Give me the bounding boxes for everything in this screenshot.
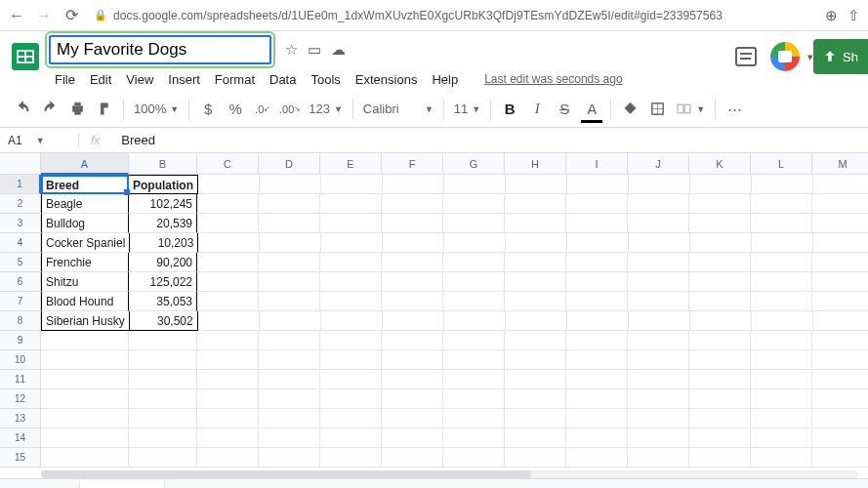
cell-B13[interactable] bbox=[129, 409, 197, 428]
cell-I11[interactable] bbox=[566, 370, 628, 389]
cell-A4[interactable]: Cocker Spaniel bbox=[41, 233, 130, 253]
cell-H7[interactable] bbox=[505, 292, 566, 311]
cell-E7[interactable] bbox=[320, 292, 382, 311]
cell-B9[interactable] bbox=[129, 331, 197, 350]
row-header-13[interactable]: 13 bbox=[0, 409, 41, 428]
cell-G13[interactable] bbox=[443, 409, 505, 428]
cell-J13[interactable] bbox=[628, 409, 689, 428]
cell-G11[interactable] bbox=[443, 370, 505, 389]
cell-L3[interactable] bbox=[751, 214, 812, 233]
cell-H5[interactable] bbox=[505, 253, 566, 272]
cell-A13[interactable] bbox=[41, 409, 129, 428]
menu-edit[interactable]: Edit bbox=[84, 68, 117, 91]
menu-insert[interactable]: Insert bbox=[162, 68, 206, 91]
sheets-logo-icon[interactable] bbox=[8, 39, 43, 74]
cell-E6[interactable] bbox=[320, 272, 382, 292]
cells[interactable]: BreedPopulationBeagle102,245Bulldog20,53… bbox=[41, 175, 868, 468]
cell-D1[interactable] bbox=[260, 175, 321, 194]
cell-J6[interactable] bbox=[628, 272, 689, 292]
cell-J8[interactable] bbox=[629, 311, 690, 331]
cell-J11[interactable] bbox=[628, 370, 689, 389]
row-header-7[interactable]: 7 bbox=[0, 292, 41, 311]
cell-E4[interactable] bbox=[321, 233, 383, 253]
cell-H4[interactable] bbox=[506, 233, 567, 253]
cell-D7[interactable] bbox=[259, 292, 320, 311]
menu-view[interactable]: View bbox=[120, 68, 159, 91]
row-header-1[interactable]: 1 bbox=[0, 175, 41, 194]
back-icon[interactable]: ← bbox=[8, 7, 25, 24]
cell-C3[interactable] bbox=[197, 214, 259, 233]
cloud-status-icon[interactable]: ☁ bbox=[331, 41, 346, 59]
cell-G10[interactable] bbox=[443, 350, 505, 370]
cell-C1[interactable] bbox=[198, 175, 260, 194]
cell-K1[interactable] bbox=[690, 175, 752, 194]
cell-J10[interactable] bbox=[628, 350, 689, 370]
cell-C12[interactable] bbox=[197, 389, 259, 409]
cell-F5[interactable] bbox=[382, 253, 443, 272]
cell-M1[interactable] bbox=[813, 175, 868, 194]
row-header-15[interactable]: 15 bbox=[0, 448, 41, 468]
comments-icon[interactable] bbox=[735, 47, 757, 66]
cell-C8[interactable] bbox=[198, 311, 260, 331]
cell-L14[interactable] bbox=[751, 428, 812, 448]
cell-H11[interactable] bbox=[505, 370, 566, 389]
cell-G2[interactable] bbox=[443, 194, 505, 214]
cell-K2[interactable] bbox=[689, 194, 751, 214]
cell-I12[interactable] bbox=[566, 389, 628, 409]
more-toolbar-icon[interactable]: ⋯ bbox=[722, 97, 747, 122]
cell-B11[interactable] bbox=[129, 370, 197, 389]
cell-K13[interactable] bbox=[689, 409, 751, 428]
column-header-C[interactable]: C bbox=[197, 153, 259, 175]
cell-D10[interactable] bbox=[259, 350, 320, 370]
column-headers[interactable]: ABCDEFGHIJKLMN bbox=[41, 153, 868, 175]
cell-K10[interactable] bbox=[689, 350, 751, 370]
cell-F13[interactable] bbox=[382, 409, 443, 428]
cell-G8[interactable] bbox=[444, 311, 506, 331]
document-title-input[interactable] bbox=[49, 35, 271, 64]
cell-A10[interactable] bbox=[41, 350, 129, 370]
cell-F3[interactable] bbox=[382, 214, 443, 233]
percent-button[interactable]: % bbox=[223, 97, 248, 122]
cell-C5[interactable] bbox=[197, 253, 259, 272]
cell-I2[interactable] bbox=[566, 194, 628, 214]
cell-E2[interactable] bbox=[320, 194, 382, 214]
cell-A15[interactable] bbox=[41, 448, 129, 468]
cell-I10[interactable] bbox=[566, 350, 628, 370]
cell-G14[interactable] bbox=[443, 428, 505, 448]
cell-A8[interactable]: Siberian Husky bbox=[41, 311, 130, 331]
cell-L9[interactable] bbox=[751, 331, 812, 350]
cell-L2[interactable] bbox=[751, 194, 812, 214]
cell-B5[interactable]: 90,200 bbox=[129, 253, 197, 272]
undo-icon[interactable] bbox=[10, 97, 35, 122]
increase-decimal-button[interactable]: .00↘ bbox=[277, 97, 303, 122]
cell-G5[interactable] bbox=[443, 253, 505, 272]
column-header-H[interactable]: H bbox=[505, 153, 566, 175]
cell-C9[interactable] bbox=[197, 331, 259, 350]
cell-L13[interactable] bbox=[751, 409, 812, 428]
cell-I13[interactable] bbox=[566, 409, 628, 428]
cell-C15[interactable] bbox=[197, 448, 259, 468]
cell-J12[interactable] bbox=[628, 389, 689, 409]
cell-M2[interactable] bbox=[812, 194, 868, 214]
menu-format[interactable]: Format bbox=[209, 68, 261, 91]
cell-L1[interactable] bbox=[752, 175, 813, 194]
cell-E15[interactable] bbox=[320, 448, 382, 468]
cell-D13[interactable] bbox=[259, 409, 320, 428]
more-formats-button[interactable]: 123▼ bbox=[305, 102, 347, 116]
cell-D8[interactable] bbox=[260, 311, 321, 331]
cell-D11[interactable] bbox=[259, 370, 320, 389]
cell-G6[interactable] bbox=[443, 272, 505, 292]
column-header-M[interactable]: M bbox=[812, 153, 868, 175]
cell-F11[interactable] bbox=[382, 370, 443, 389]
menu-tools[interactable]: Tools bbox=[305, 68, 346, 91]
cell-G9[interactable] bbox=[443, 331, 505, 350]
column-header-F[interactable]: F bbox=[382, 153, 443, 175]
cell-L10[interactable] bbox=[751, 350, 812, 370]
column-header-K[interactable]: K bbox=[689, 153, 751, 175]
cell-E8[interactable] bbox=[321, 311, 383, 331]
move-icon[interactable]: ▭ bbox=[308, 41, 321, 59]
cell-M10[interactable] bbox=[812, 350, 868, 370]
currency-button[interactable]: $ bbox=[195, 97, 221, 122]
cell-I3[interactable] bbox=[566, 214, 628, 233]
cell-E11[interactable] bbox=[320, 370, 382, 389]
